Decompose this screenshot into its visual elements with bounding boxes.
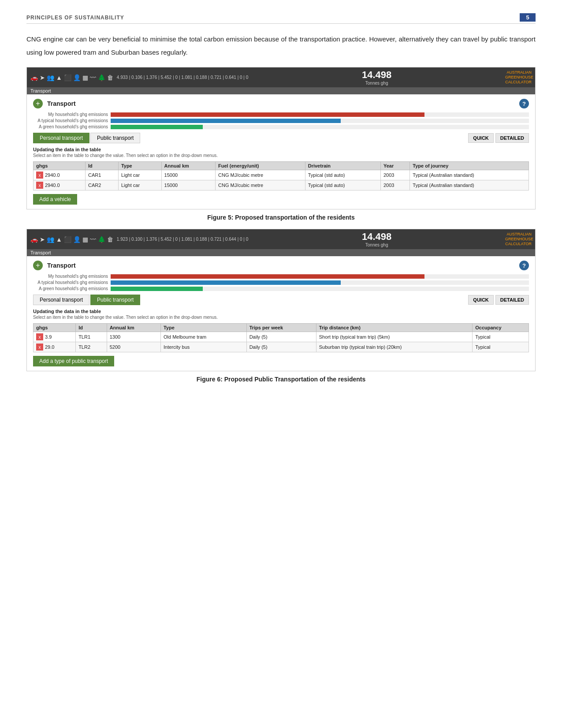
figure5-bar-3: A green household's ghg emissions xyxy=(33,124,529,129)
figure5-cell-km: 15000 xyxy=(161,170,216,180)
figure6-action-buttons: QUICK DETAILED xyxy=(468,295,529,305)
figure5-cell-drivetrain: Typical (std auto) xyxy=(305,170,380,180)
figure5-bar-label-3: A green household's ghg emissions xyxy=(33,124,108,129)
triangle-icon: ▲ xyxy=(56,74,62,81)
figure6-bar-fill-2 xyxy=(111,280,341,285)
figure6-bar-2: A typical household's ghg emissions xyxy=(33,280,529,285)
arrow-icon: ➤ xyxy=(40,74,45,81)
figure6-logo: AUSTRALIAN GREENHOUSE CALCULATOR xyxy=(505,232,532,246)
figure6-caption: Figure 6: Proposed Public Transportation… xyxy=(26,376,536,383)
grid-icon: ▦ xyxy=(82,74,88,81)
figure5-bar-track-2 xyxy=(111,119,529,123)
figure6-center: 14.498 Tonnes ghg xyxy=(251,231,502,247)
figure6-cell-type: Old Melbourne tram xyxy=(160,332,246,342)
figure6-cell-occupancy: Typical xyxy=(473,332,529,342)
figure6-col-km: Annual km xyxy=(107,324,160,332)
figure5-table-row[interactable]: x 2940.0 CAR2 Light car 15000 CNG MJ/cub… xyxy=(33,180,529,190)
figure6-table: ghgs Id Annual km Type Trips per week Tr… xyxy=(33,323,529,352)
figure5-bar-fill-2 xyxy=(111,119,341,123)
figure6-bar-fill-1 xyxy=(111,274,424,279)
figure6-bar-label-3: A green household's ghg emissions xyxy=(33,286,108,291)
figure5-help-button[interactable]: ? xyxy=(519,99,529,108)
figure6-cell-trips: Daily (5) xyxy=(246,332,316,342)
figure5-bar-track-3 xyxy=(111,125,529,129)
figure6-table-row[interactable]: x 29.0 TLR2 5200 Intercity bus Daily (5)… xyxy=(33,342,529,352)
figure5-table-header-row: ghgs Id Type Annual km Fuel (energy/unit… xyxy=(33,162,529,170)
body-paragraph: CNG engine car can be very beneficial to… xyxy=(26,33,536,59)
document-title: PRINCIPLES OF SUSTAINABILITY xyxy=(26,15,124,21)
f6-arrow-icon: ➤ xyxy=(40,236,45,243)
figure5-col-drivetrain: Drivetrain xyxy=(305,162,380,170)
figure6-col-ghgs: ghgs xyxy=(33,324,76,332)
figure5-bar-fill-3 xyxy=(111,125,203,129)
figure6-quick-button[interactable]: QUICK xyxy=(468,295,493,305)
figure5-quick-button[interactable]: QUICK xyxy=(468,133,493,143)
figure6-bar-track-3 xyxy=(111,287,529,291)
figure6-add-icon[interactable]: + xyxy=(33,261,43,270)
toolbar-icons: 🚗 ➤ 👥 ▲ ⬛ 👤 ▦ 〰 🌲 🗑 xyxy=(30,74,113,81)
figure6-bar-label-1: My household's ghg emissions xyxy=(33,274,108,279)
f6-triangle-icon: ▲ xyxy=(56,236,62,243)
figure6-toolbar: 🚗 ➤ 👥 ▲ ⬛ 👤 ▦ 〰 🌲 🗑 1.923 | 0.100 | 1.37… xyxy=(27,229,535,249)
figure5-delete-btn-1[interactable]: x xyxy=(36,182,43,189)
figure6-tab-public[interactable]: Public transport xyxy=(90,295,140,305)
figure5-add-icon[interactable]: + xyxy=(33,99,43,108)
figure6-cell-id: TLR1 xyxy=(76,332,107,342)
toolbar-numbers: 4.933 | 0.106 | 1.376 | 5.452 | 0 | 1.08… xyxy=(117,75,248,80)
figure5-col-id: Id xyxy=(85,162,118,170)
figure6-delete-btn-0[interactable]: x xyxy=(36,333,43,340)
figure6-cell-ghgs: x 3.9 xyxy=(33,332,76,342)
figure6-cell-km: 5200 xyxy=(107,342,160,352)
figure6-help-button[interactable]: ? xyxy=(519,261,529,270)
figure5-value: 14.498 xyxy=(251,69,502,81)
figure6-body: + Transport ? My household's ghg emissio… xyxy=(27,256,535,371)
figure5-detailed-button[interactable]: DETAILED xyxy=(495,133,529,143)
figure5-tab-personal[interactable]: Personal transport xyxy=(33,133,89,143)
figure5-cell-year: 2003 xyxy=(380,180,409,190)
figure5-table-heading: Updating the data in the table xyxy=(33,147,529,152)
figure5-bar-track-1 xyxy=(111,112,529,117)
figure5-cell-journey: Typical (Australian standard) xyxy=(410,180,529,190)
figure5-cell-ghgs: x 2940.0 xyxy=(33,180,86,190)
figure5-table-subtext: Select an item in the table to change th… xyxy=(33,153,529,158)
figure6-cell-id: TLR2 xyxy=(76,342,107,352)
figure6-tab-personal[interactable]: Personal transport xyxy=(33,295,89,305)
figure6-table-heading: Updating the data in the table xyxy=(33,309,529,314)
figure6-col-type: Type xyxy=(160,324,246,332)
figure6-bar-track-2 xyxy=(111,280,529,285)
figure5-delete-btn-0[interactable]: x xyxy=(36,172,43,179)
figure5-cell-fuel: CNG MJ/cubic metre xyxy=(216,180,305,190)
figure6-detailed-button[interactable]: DETAILED xyxy=(495,295,529,305)
figure5-value-label: Tonnes ghg xyxy=(251,81,502,86)
figure5-cell-fuel: CNG MJ/cubic metre xyxy=(216,170,305,180)
figure5-logo: AUSTRALIAN GREENHOUSE CALCULATOR xyxy=(505,70,532,84)
figure6-widget: 🚗 ➤ 👥 ▲ ⬛ 👤 ▦ 〰 🌲 🗑 1.923 | 0.100 | 1.37… xyxy=(26,229,536,371)
figure6-table-header-row: ghgs Id Annual km Type Trips per week Tr… xyxy=(33,324,529,332)
figure5-col-type: Type xyxy=(118,162,161,170)
f6-wave-icon: 〰 xyxy=(90,236,96,243)
figure5-cell-km: 15000 xyxy=(161,180,216,190)
f6-trash-icon: 🗑 xyxy=(107,236,113,243)
figure6-table-row[interactable]: x 3.9 TLR1 1300 Old Melbourne tram Daily… xyxy=(33,332,529,342)
figure6-add-transport-button[interactable]: Add a type of public transport xyxy=(33,356,114,366)
figure5-col-fuel: Fuel (energy/unit) xyxy=(216,162,305,170)
figure5-cell-id: CAR1 xyxy=(85,170,118,180)
figure6-col-id: Id xyxy=(76,324,107,332)
figure5-add-vehicle-button[interactable]: Add a vehicle xyxy=(33,194,77,205)
figure6-delete-btn-1[interactable]: x xyxy=(36,343,43,351)
f6-tree-icon: 🌲 xyxy=(98,236,105,243)
figure5-table-row[interactable]: x 2940.0 CAR1 Light car 15000 CNG MJ/cub… xyxy=(33,170,529,180)
figure6-col-occupancy: Occupancy xyxy=(473,324,529,332)
tree-icon: 🌲 xyxy=(98,74,105,81)
figure5-bars: My household's ghg emissions A typical h… xyxy=(33,112,529,129)
figure6-cell-ghgs: x 29.0 xyxy=(33,342,76,352)
figure5-toolbar: 🚗 ➤ 👥 ▲ ⬛ 👤 ▦ 〰 🌲 🗑 4.933 | 0.106 | 1.37… xyxy=(27,67,535,87)
car-icon: 🚗 xyxy=(30,74,38,81)
figure6-cell-distance: Suburban trip (typical train trip) (20km… xyxy=(316,342,473,352)
people-icon: 👥 xyxy=(47,74,54,81)
figure6-bar-1: My household's ghg emissions xyxy=(33,274,529,279)
figure5-caption: Figure 5: Proposed transportation of the… xyxy=(26,214,536,221)
figure6-bar-label-2: A typical household's ghg emissions xyxy=(33,280,108,285)
figure5-cell-ghgs: x 2940.0 xyxy=(33,170,86,180)
figure5-tab-public[interactable]: Public transport xyxy=(90,133,140,143)
